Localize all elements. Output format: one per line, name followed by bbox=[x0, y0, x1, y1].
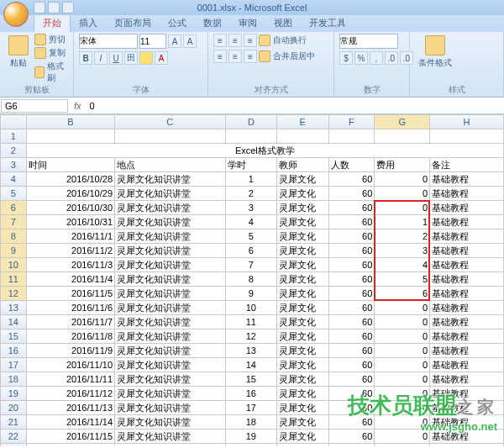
cell[interactable]: 2 bbox=[375, 229, 430, 244]
cell[interactable]: 60 bbox=[328, 372, 375, 387]
cell[interactable]: 4 bbox=[225, 215, 276, 229]
tab-developer[interactable]: 开发工具 bbox=[301, 14, 354, 32]
spreadsheet-grid[interactable]: BCDEFGH12Excel格式教学3时间地点学时教师人数费用备注42016/1… bbox=[0, 114, 504, 446]
cell[interactable]: 2016/10/31 bbox=[26, 215, 114, 229]
cell[interactable]: 60 bbox=[328, 215, 375, 229]
cell[interactable]: 灵犀文化 bbox=[277, 272, 328, 287]
align-left-button[interactable]: ≡ bbox=[213, 50, 227, 63]
cell[interactable]: 15 bbox=[225, 372, 276, 387]
cell[interactable] bbox=[115, 129, 226, 144]
row-header[interactable]: 22 bbox=[1, 430, 27, 444]
cell[interactable]: 灵犀文化 bbox=[277, 172, 328, 187]
cell[interactable]: 灵犀文化知识讲堂 bbox=[115, 401, 226, 415]
row-header[interactable]: 18 bbox=[1, 372, 27, 387]
row-header[interactable]: 6 bbox=[1, 201, 27, 215]
cell[interactable]: 灵犀文化 bbox=[277, 244, 328, 258]
save-icon[interactable] bbox=[34, 2, 45, 13]
row-header[interactable]: 8 bbox=[1, 229, 27, 244]
cell[interactable]: 备注 bbox=[430, 158, 504, 172]
font-color-button[interactable]: A bbox=[155, 51, 168, 65]
currency-button[interactable]: $ bbox=[339, 51, 353, 65]
cell[interactable]: 0 bbox=[375, 172, 430, 187]
row-header[interactable]: 23 bbox=[1, 444, 27, 447]
cell[interactable]: 灵犀文化知识讲堂 bbox=[115, 244, 226, 258]
cell[interactable]: 灵犀文化 bbox=[277, 358, 328, 372]
tab-review[interactable]: 审阅 bbox=[230, 14, 265, 32]
tab-insert[interactable]: 插入 bbox=[71, 14, 106, 32]
cell[interactable]: 基础教程 bbox=[430, 358, 504, 372]
cell[interactable]: 60 bbox=[328, 172, 375, 187]
cell[interactable]: 0 bbox=[375, 387, 430, 401]
cell[interactable]: 灵犀文化知识讲堂 bbox=[115, 387, 226, 401]
cond-format-button[interactable]: 条件格式 bbox=[415, 34, 455, 71]
cell[interactable]: 19 bbox=[225, 430, 276, 444]
cell[interactable]: 基础教程 bbox=[430, 172, 504, 187]
col-header-G[interactable]: G bbox=[375, 115, 430, 129]
cell[interactable]: 灵犀文化 bbox=[277, 344, 328, 358]
cell[interactable]: 2016/11/10 bbox=[26, 358, 114, 372]
cell[interactable]: 0 bbox=[375, 415, 430, 430]
align-top-button[interactable]: ≡ bbox=[213, 34, 227, 47]
cell[interactable]: 2016/10/29 bbox=[26, 187, 114, 201]
align-mid-button[interactable]: ≡ bbox=[228, 34, 242, 47]
row-header[interactable]: 17 bbox=[1, 358, 27, 372]
row-header[interactable]: 19 bbox=[1, 387, 27, 401]
cell[interactable]: 基础教程 bbox=[430, 315, 504, 329]
sheet-title-cell[interactable]: Excel格式教学 bbox=[26, 144, 503, 158]
tab-data[interactable]: 数据 bbox=[195, 14, 230, 32]
cell[interactable]: 灵犀文化 bbox=[277, 287, 328, 301]
cell[interactable]: 基础教程 bbox=[430, 329, 504, 344]
cell[interactable]: 17 bbox=[225, 401, 276, 415]
row-header[interactable]: 16 bbox=[1, 344, 27, 358]
cell[interactable]: 0 bbox=[375, 315, 430, 329]
col-header-D[interactable]: D bbox=[225, 115, 276, 129]
number-format-select[interactable] bbox=[339, 34, 398, 49]
cell[interactable]: 3 bbox=[225, 201, 276, 215]
cell[interactable]: 灵犀文化知识讲堂 bbox=[115, 215, 226, 229]
cell[interactable]: 2016/11/14 bbox=[26, 415, 114, 430]
cell[interactable]: 60 bbox=[328, 430, 375, 444]
cell[interactable]: 2016/11/15 bbox=[26, 430, 114, 444]
cell[interactable]: 2016/11/7 bbox=[26, 315, 114, 329]
row-header[interactable]: 13 bbox=[1, 301, 27, 315]
cell[interactable]: 0 bbox=[375, 372, 430, 387]
cell[interactable]: 灵犀文化 bbox=[277, 315, 328, 329]
cell[interactable]: 0 bbox=[375, 444, 430, 447]
font-name-select[interactable] bbox=[79, 34, 138, 49]
row-header[interactable]: 11 bbox=[1, 272, 27, 287]
tab-home[interactable]: 开始 bbox=[34, 13, 71, 32]
row-header[interactable]: 7 bbox=[1, 215, 27, 229]
row-header[interactable]: 9 bbox=[1, 244, 27, 258]
inc-decimal-button[interactable]: .0 bbox=[385, 51, 398, 65]
cell[interactable]: 灵犀文化知识讲堂 bbox=[115, 172, 226, 187]
wrap-text-button[interactable]: 自动换行 bbox=[259, 34, 307, 46]
cell[interactable]: 灵犀文化 bbox=[277, 430, 328, 444]
cell[interactable]: 18 bbox=[225, 415, 276, 430]
col-header-F[interactable]: F bbox=[328, 115, 375, 129]
cell[interactable]: 灵犀文化知识讲堂 bbox=[115, 444, 226, 447]
cell[interactable]: 2016/11/9 bbox=[26, 344, 114, 358]
cell[interactable]: 6 bbox=[225, 244, 276, 258]
cell[interactable]: 费用 bbox=[375, 158, 430, 172]
office-button[interactable] bbox=[3, 2, 29, 27]
row-header[interactable]: 14 bbox=[1, 315, 27, 329]
cell[interactable]: 0 bbox=[375, 301, 430, 315]
cell[interactable]: 2016/11/13 bbox=[26, 401, 114, 415]
cell[interactable]: 16 bbox=[225, 387, 276, 401]
cell[interactable]: 60 bbox=[328, 329, 375, 344]
row-header[interactable]: 20 bbox=[1, 401, 27, 415]
copy-button[interactable]: 复制 bbox=[34, 47, 68, 59]
formula-input[interactable] bbox=[87, 100, 504, 112]
cell[interactable]: 0 bbox=[375, 344, 430, 358]
cell[interactable]: 灵犀文化知识讲堂 bbox=[115, 372, 226, 387]
col-header-B[interactable]: B bbox=[26, 115, 114, 129]
cell[interactable]: 0 bbox=[375, 201, 430, 215]
cell[interactable]: 0 bbox=[375, 329, 430, 344]
cell[interactable]: 11 bbox=[225, 315, 276, 329]
cell[interactable]: 灵犀文化 bbox=[277, 387, 328, 401]
align-right-button[interactable]: ≡ bbox=[244, 50, 257, 63]
cell[interactable] bbox=[375, 129, 430, 144]
cell[interactable]: 基础教程 bbox=[430, 301, 504, 315]
cell[interactable]: 基础教程 bbox=[430, 258, 504, 272]
cell[interactable]: 基础教程 bbox=[430, 387, 504, 401]
